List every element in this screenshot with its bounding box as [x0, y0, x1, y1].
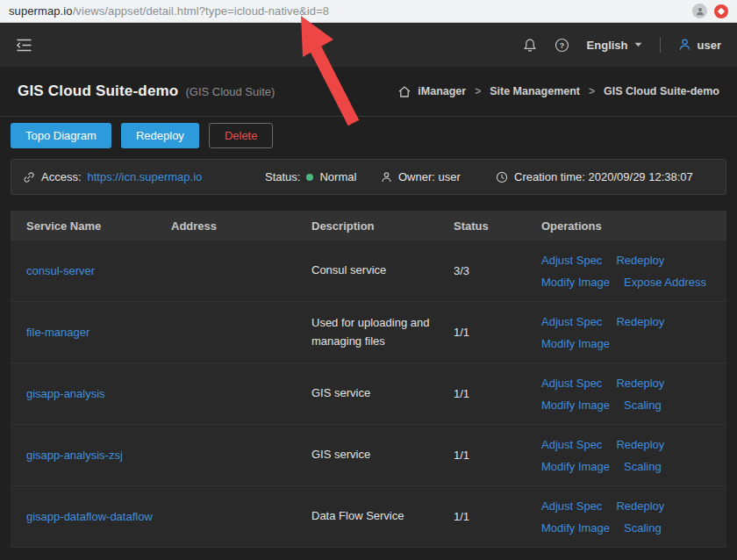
url-domain: supermap.io — [9, 4, 73, 18]
language-selector[interactable]: English — [587, 39, 642, 52]
service-name-link[interactable]: gisapp-analysis-zsj — [26, 449, 123, 462]
browser-extension-icon[interactable] — [714, 4, 728, 18]
redeploy-link[interactable]: Redeploy — [616, 438, 664, 451]
help-icon[interactable]: ? — [555, 38, 569, 53]
operations-cell: Adjust Spec Redeploy Modify Image — [541, 315, 726, 350]
status-cell: 1/1 — [454, 449, 541, 462]
redeploy-link[interactable]: Redeploy — [616, 315, 664, 328]
col-operations: Operations — [541, 219, 726, 233]
owner-item: Owner: user — [381, 170, 496, 183]
url-text[interactable]: supermap.io/views/appset/detail.html?typ… — [9, 4, 685, 18]
redeploy-link[interactable]: Redeploy — [616, 377, 664, 390]
title-wrap: GIS Cloud Suite-demo (GIS Cloud Suite) — [18, 83, 275, 100]
service-name-link[interactable]: gisapp-analysis — [26, 387, 105, 400]
service-name-link[interactable]: consul-server — [26, 264, 95, 277]
service-name-link[interactable]: gisapp-dataflow-dataflow — [26, 510, 153, 523]
owner-text: Owner: user — [398, 170, 461, 183]
menu-fold-icon[interactable] — [16, 39, 32, 52]
access-url-link[interactable]: https://icn.supermap.io — [88, 170, 203, 183]
page-title: GIS Cloud Suite-demo — [18, 83, 178, 100]
status-dot — [306, 174, 313, 181]
modify-image-link[interactable]: Modify Image — [541, 460, 610, 473]
page-subtitle: (GIS Cloud Suite) — [185, 85, 275, 98]
description-cell: GIS service — [311, 446, 454, 463]
access-item: Access: https://icn.supermap.io — [23, 170, 265, 183]
nav-divider — [660, 37, 661, 53]
status-item: Status: Normal — [265, 170, 381, 183]
action-buttons: Topo Diagram Redeploy Delete — [0, 117, 737, 148]
scaling-link[interactable]: Scaling — [624, 398, 662, 412]
status-value: Normal — [319, 170, 356, 183]
col-description: Description — [311, 219, 454, 233]
breadcrumb-separator: > — [475, 85, 481, 97]
modify-image-link[interactable]: Modify Image — [541, 276, 610, 289]
link-glyph — [23, 171, 35, 183]
scaling-link[interactable]: Scaling — [624, 460, 662, 473]
status-cell: 3/3 — [454, 264, 541, 277]
status-cell: 1/1 — [454, 387, 541, 400]
table-row: file-manager Used for uploading and mana… — [11, 302, 726, 363]
col-address: Address — [171, 219, 311, 233]
user-name: user — [698, 39, 721, 52]
adjust-spec-link[interactable]: Adjust Spec — [541, 315, 602, 328]
description-cell: GIS service — [311, 384, 454, 402]
page-header: GIS Cloud Suite-demo (GIS Cloud Suite) i… — [0, 67, 737, 117]
redeploy-link[interactable]: Redeploy — [616, 254, 664, 267]
status-label: Status: — [265, 170, 300, 183]
adjust-spec-link[interactable]: Adjust Spec — [541, 438, 602, 451]
description-cell: Used for uploading and managing files — [311, 314, 454, 349]
table-row: consul-server Consul service 3/3 Adjust … — [11, 241, 726, 302]
service-name-link[interactable]: file-manager — [26, 326, 89, 339]
user-menu[interactable]: user — [678, 38, 721, 52]
operations-cell: Adjust Spec Redeploy Modify Image Scalin… — [541, 377, 726, 412]
browser-address-bar[interactable]: supermap.io/views/appset/detail.html?typ… — [0, 0, 737, 23]
adjust-spec-link[interactable]: Adjust Spec — [541, 254, 602, 267]
top-nav-bar: ? English user — [0, 23, 737, 67]
menu-fold-glyph — [16, 39, 32, 52]
table-row: gisapp-analysis GIS service 1/1 Adjust S… — [11, 363, 726, 425]
redeploy-button[interactable]: Redeploy — [121, 123, 199, 148]
modify-image-link[interactable]: Modify Image — [541, 398, 610, 412]
scaling-link[interactable]: Scaling — [624, 521, 662, 535]
access-label: Access: — [41, 170, 82, 183]
table-header: Service Name Address Description Status … — [11, 211, 726, 241]
clock-icon — [496, 171, 508, 183]
url-path: /views/appset/detail.html?type=icloud-na… — [73, 4, 330, 18]
redeploy-link[interactable]: Redeploy — [616, 499, 664, 513]
breadcrumb-site-management[interactable]: Site Management — [490, 85, 580, 97]
table-row: gisapp-analysis-zsj GIS service 1/1 Adju… — [11, 425, 726, 486]
expose-address-link[interactable]: Expose Address — [624, 276, 706, 289]
breadcrumb-separator: > — [589, 85, 595, 97]
user-glyph — [678, 38, 691, 52]
person-icon — [695, 6, 705, 17]
creation-item: Creation time: 2020/09/29 12:38:07 — [496, 170, 726, 183]
svg-text:?: ? — [559, 40, 564, 50]
topo-diagram-button[interactable]: Topo Diagram — [11, 123, 111, 148]
info-bar: Access: https://icn.supermap.io Status: … — [11, 159, 726, 195]
adjust-spec-link[interactable]: Adjust Spec — [541, 377, 602, 390]
user-icon — [678, 38, 691, 52]
operations-cell: Adjust Spec Redeploy Modify Image Scalin… — [541, 499, 726, 535]
bell-glyph — [523, 38, 537, 53]
status-cell: 1/1 — [454, 510, 541, 523]
owner-icon — [381, 171, 392, 183]
person-glyph — [381, 171, 392, 183]
browser-profile-icon[interactable] — [692, 4, 707, 18]
clock-glyph — [496, 171, 508, 183]
adjust-spec-link[interactable]: Adjust Spec — [541, 499, 602, 513]
language-label: English — [587, 39, 628, 52]
breadcrumb-imanager[interactable]: iManager — [418, 85, 466, 97]
col-service-name: Service Name — [26, 219, 171, 233]
notification-bell-icon[interactable] — [523, 38, 537, 53]
home-glyph — [398, 86, 411, 97]
col-status: Status — [454, 219, 541, 233]
nav-right-group: ? English user — [523, 37, 721, 53]
breadcrumb-current: GIS Cloud Suite-demo — [604, 85, 719, 97]
description-cell: Data Flow Service — [311, 507, 454, 525]
delete-button[interactable]: Delete — [209, 123, 274, 148]
home-icon — [398, 86, 411, 97]
modify-image-link[interactable]: Modify Image — [541, 521, 610, 535]
status-cell: 1/1 — [454, 326, 541, 339]
modify-image-link[interactable]: Modify Image — [541, 337, 610, 350]
operations-cell: Adjust Spec Redeploy Modify Image Expose… — [541, 254, 726, 289]
